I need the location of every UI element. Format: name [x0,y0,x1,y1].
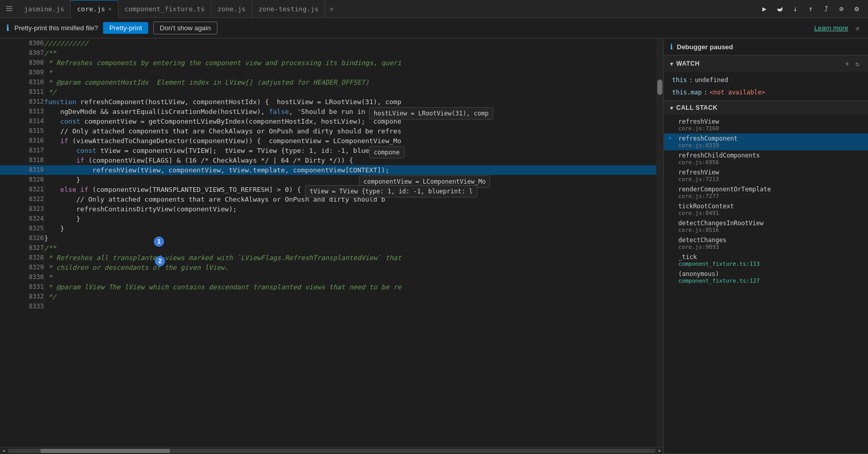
tab-zone[interactable]: zone.js [211,0,252,18]
tab-overflow-btn[interactable]: » [325,5,337,13]
line-code[interactable]: * @param lView The lView which contains … [44,282,656,292]
sidebar-toggle-btn[interactable] [0,0,18,18]
line-code[interactable]: function refreshComponent(hostLView, com… [44,97,656,107]
callstack-fn-name: detectChanges [678,236,860,244]
line-code[interactable]: * [44,272,656,282]
line-code[interactable]: * @param componentHostIdx Element index … [44,77,656,87]
line-code[interactable]: } [44,175,656,185]
line-code[interactable]: if (componentView[FLAGS] & (16 /* CheckA… [44,155,656,165]
tab-core-label: core.js [77,5,105,13]
code-editor: 8306///////////8307/**8308 * Refreshes c… [0,38,663,454]
scrollbar-thumb[interactable] [657,80,662,95]
watch-this-value: undefined [695,75,728,85]
callstack-item[interactable]: refreshViewcore.js:7213 [664,167,868,184]
step-over-icon[interactable] [773,2,787,16]
line-code[interactable]: } [44,224,656,233]
line-code[interactable]: * Refreshes all transplanted views marke… [44,253,656,263]
line-code[interactable]: /** [44,48,656,58]
h-scroll-right-btn[interactable]: ▶ [656,447,663,455]
learn-more-link[interactable]: Learn more [814,24,848,32]
line-code[interactable]: } [44,233,656,243]
line-code[interactable]: // Only attached components that are Che… [44,126,656,136]
callstack-item[interactable]: detectChangescore.js:9893 [664,235,868,252]
line-code[interactable]: * children or descendants of the given l… [44,263,656,272]
tab-zone-testing[interactable]: zone-testing.js [252,0,325,18]
notification-close-icon[interactable]: ✕ [854,22,862,34]
line-code[interactable]: if (viewAttachedToChangeDetector(compone… [44,136,656,146]
step-back-icon[interactable]: ⤴ [819,2,833,16]
main-content: 8306///////////8307/**8308 * Refreshes c… [0,38,868,454]
callstack-item[interactable]: renderComponentOrTemplatecore.js:7277 [664,184,868,201]
tab-core-close-icon[interactable]: ✕ [108,6,112,12]
call-stack-header[interactable]: ▼ Call Stack [664,101,868,114]
tab-core[interactable]: core.js ✕ [71,0,118,18]
table-row: 8318 if (componentView[FLAGS] & (16 /* C… [0,155,656,165]
settings-icon[interactable]: ⚙ [850,2,864,16]
horizontal-scrollbar[interactable]: ◀ ▶ [0,447,663,454]
line-code[interactable] [44,302,656,311]
step-into-icon[interactable]: ↓ [788,2,802,16]
svg-rect-2 [6,10,12,11]
callstack-location: core.js:7160 [678,125,860,132]
line-number: 8324 [0,214,44,224]
line-number: 8319 [0,165,44,175]
callstack-item[interactable]: _tickcomponent_fixture.ts:113 [664,252,868,269]
tooltip-8317: tView = TView {type: 1, id: -1, blueprin… [305,185,477,198]
line-code[interactable]: } [44,214,656,224]
line-code[interactable]: const componentView = getComponentLViewB… [44,116,656,126]
line-code[interactable]: */ [44,87,656,97]
step-badge-2: 2 [155,256,165,266]
table-row: 8315 // Only attached components that ar… [0,126,656,136]
line-code[interactable]: refreshContainsDirtyView(componentView); [44,204,656,214]
line-number: 8331 [0,282,44,292]
call-stack-caret-icon: ▼ [670,105,673,111]
tooltip-8314: compone [369,146,405,159]
callstack-fn-name: detectChangesInRootView [678,220,860,227]
pretty-print-button[interactable]: Pretty-print [103,22,148,34]
callstack-item[interactable]: detectChangesInRootViewcore.js:8516 [664,218,868,235]
callstack-fn-name: _tick [678,253,860,261]
h-scroll-left-btn[interactable]: ◀ [0,447,7,455]
line-code[interactable]: * [44,68,656,77]
line-code[interactable]: refreshView(tView, componentView, tView.… [44,165,656,175]
callstack-item[interactable]: refreshComponentcore.js:8319 [664,133,868,150]
table-row: 8314 const componentView = getComponentL… [0,116,656,126]
callstack-location: component_fixture.ts:113 [678,261,860,267]
callstack-item[interactable]: refreshViewcore.js:7160 [664,116,868,133]
line-number: 8307 [0,48,44,58]
callstack-fn-name: tickRootContext [678,203,860,210]
line-code[interactable]: const tView = componentView[TVIEW]; tVie… [44,146,656,155]
callstack-item[interactable]: (anonymous)component_fixture.ts:127 [664,269,868,286]
notification-text: Pretty-print this minified file? [14,24,98,32]
line-number: 8312 [0,97,44,107]
line-code[interactable]: /////////// [44,38,656,48]
line-code[interactable]: * Refreshes components by entering the c… [44,58,656,68]
h-scroll-track[interactable] [8,449,655,453]
callstack-fn-name: refreshChildComponents [678,152,860,159]
watch-section-header[interactable]: ▼ Watch + ↻ [664,55,868,72]
watch-refresh-btn[interactable]: ↻ [854,58,862,69]
vertical-scrollbar[interactable] [656,38,663,447]
dont-show-again-button[interactable]: Don't show again [153,22,217,34]
table-row: 8325 } [0,224,656,233]
line-number: 8325 [0,224,44,233]
deactivate-breakpoints-icon[interactable]: ⊘ [834,2,849,16]
line-number: 8321 [0,185,44,194]
call-stack-section: ▼ Call Stack refreshViewcore.js:7160refr… [664,101,868,454]
debugger-info-icon: ℹ [670,43,673,51]
table-row: 8320 } [0,175,656,185]
callstack-item[interactable]: refreshChildComponentscore.js:6956 [664,150,868,167]
line-code[interactable]: ngDevMode && assertEqual(isCreationMode(… [44,107,656,116]
tab-jasmine[interactable]: jasmine.js [18,0,71,18]
code-lines[interactable]: 8306///////////8307/**8308 * Refreshes c… [0,38,656,447]
tab-component-fixture[interactable]: component_fixture.ts [118,0,212,18]
h-scroll-thumb[interactable] [41,449,170,453]
line-code[interactable]: */ [44,292,656,302]
watch-add-btn[interactable]: + [843,58,851,69]
callstack-item[interactable]: tickRootContextcore.js:8491 [664,201,868,218]
run-icon[interactable]: ▶ [757,2,772,16]
step-out-icon[interactable]: ↑ [803,2,818,16]
line-code[interactable]: /** [44,243,656,253]
scrollbar-track[interactable] [656,38,663,447]
table-row: 8310 * @param componentHostIdx Element i… [0,77,656,87]
